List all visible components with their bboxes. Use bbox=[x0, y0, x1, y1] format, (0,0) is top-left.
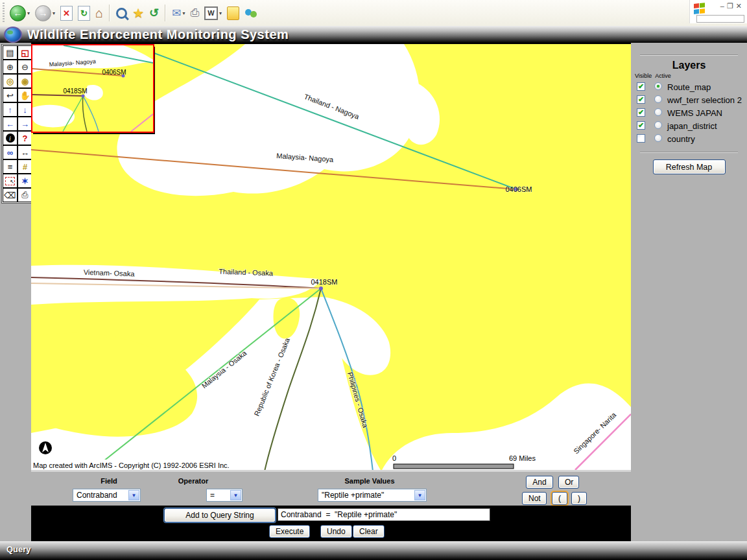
clear-selection-icon: ⌫ bbox=[4, 191, 16, 200]
zoom-full-extent-tool[interactable]: ◎ bbox=[3, 74, 18, 88]
back-button[interactable]: ←▾ bbox=[7, 3, 32, 23]
visible-checkbox[interactable]: ✔ bbox=[637, 121, 645, 130]
visible-checkbox[interactable]: ✔ bbox=[637, 108, 645, 117]
map-viewport[interactable]: Thailand - Nagoya Malaysia- Nagoya Vietn… bbox=[31, 43, 631, 470]
select-rectangle-icon: ↖ bbox=[5, 177, 15, 185]
edit-word-icon: W bbox=[204, 6, 218, 20]
select-wand-tool[interactable]: ✶ bbox=[18, 174, 32, 188]
divider bbox=[640, 152, 738, 153]
dropdown-caret-icon[interactable]: ▾ bbox=[219, 10, 222, 16]
pan-tool[interactable]: ✋ bbox=[18, 88, 32, 102]
print-button[interactable]: ⎙ bbox=[187, 3, 202, 23]
app-banner: Wildlife Enforcement Monitoring System bbox=[0, 26, 747, 43]
history-button[interactable]: ↺ bbox=[147, 3, 161, 23]
layers-title: Layers bbox=[631, 60, 747, 71]
print-map-tool[interactable]: ⎙ bbox=[18, 188, 32, 202]
buffer-tool[interactable]: # bbox=[18, 159, 32, 174]
window-controls-area: –❐✕ bbox=[689, 0, 747, 23]
close-button[interactable]: ✕ bbox=[736, 2, 744, 10]
layer-column-headers: VisibleActive bbox=[635, 73, 747, 79]
back-extent-tool[interactable]: ↩ bbox=[3, 88, 18, 102]
dropdown-caret-icon[interactable]: ▾ bbox=[53, 10, 55, 16]
left-paren-button[interactable]: ( bbox=[552, 492, 567, 505]
or-button[interactable]: Or bbox=[558, 476, 579, 489]
active-column-label: Active bbox=[655, 73, 671, 79]
right-paren-button[interactable]: ) bbox=[571, 492, 587, 505]
zoom-active-layer-tool[interactable]: ◉ bbox=[18, 74, 32, 88]
zoom-in-tool[interactable]: ⊕ bbox=[3, 60, 18, 74]
address-mini-box[interactable] bbox=[696, 15, 744, 23]
sample-values-label: Sample Values bbox=[324, 477, 415, 485]
zoom-out-tool[interactable]: ⊖ bbox=[18, 60, 32, 74]
active-radio[interactable] bbox=[654, 108, 662, 116]
dropdown-caret-icon[interactable]: ▾ bbox=[27, 10, 30, 16]
visible-checkbox[interactable]: ✔ bbox=[637, 82, 645, 91]
notes-button[interactable] bbox=[224, 3, 242, 23]
refresh-button[interactable]: ↻ bbox=[75, 3, 93, 23]
layer-row: ✔WEMS JAPAN bbox=[637, 108, 747, 118]
back-extent-icon: ↩ bbox=[6, 91, 14, 100]
overview-map-toggle-tool[interactable]: ◱ bbox=[18, 45, 32, 60]
minimize-button[interactable]: – bbox=[720, 2, 727, 10]
dropdown-caret-icon[interactable]: ▾ bbox=[182, 10, 185, 16]
mail-button[interactable]: ✉▾ bbox=[169, 3, 187, 23]
search-icon bbox=[116, 8, 127, 19]
print-map-icon: ⎙ bbox=[21, 190, 28, 200]
set-units-tool[interactable]: ≡ bbox=[3, 159, 18, 174]
refresh-map-button[interactable]: Refresh Map bbox=[653, 159, 726, 174]
notes-icon bbox=[227, 6, 239, 20]
home-button[interactable]: ⌂ bbox=[93, 3, 106, 23]
active-radio[interactable] bbox=[654, 82, 662, 90]
favorites-icon: ★ bbox=[132, 5, 144, 21]
pan-left-tool[interactable]: ← bbox=[3, 117, 18, 131]
toolbar-grip[interactable] bbox=[3, 3, 5, 23]
measure-tool[interactable]: ↔ bbox=[18, 145, 32, 159]
select-wand-icon: ✶ bbox=[21, 176, 29, 186]
operator-label: Operator bbox=[161, 477, 226, 485]
ov-label-0418sm: 0418SM bbox=[63, 88, 87, 95]
forward-button[interactable]: →▾ bbox=[32, 3, 58, 23]
messenger-icon bbox=[244, 6, 259, 19]
not-button[interactable]: Not bbox=[522, 492, 547, 505]
field-select[interactable]: Contraband ▼ bbox=[73, 489, 141, 502]
pan-up-tool[interactable]: ↑ bbox=[3, 102, 18, 117]
messenger-button[interactable] bbox=[242, 3, 261, 23]
pan-down-tool[interactable]: ↓ bbox=[18, 102, 32, 117]
favorites-button[interactable]: ★ bbox=[130, 3, 147, 23]
visible-checkbox[interactable] bbox=[637, 134, 645, 143]
edit-word-button[interactable]: W▾ bbox=[202, 3, 224, 23]
scale-start-label: 0 bbox=[392, 454, 396, 462]
add-to-query-button[interactable]: Add to Query String bbox=[164, 508, 276, 522]
overview-map[interactable]: Malaysia- Nagoya 0406SM 0418SM bbox=[31, 44, 154, 133]
clear-button[interactable]: Clear bbox=[353, 525, 385, 538]
stop-icon: ✕ bbox=[60, 6, 73, 21]
execute-button[interactable]: Execute bbox=[269, 525, 310, 538]
layer-row: country bbox=[637, 134, 747, 144]
identify-tool[interactable]: i bbox=[3, 131, 18, 145]
zoom-active-layer-icon: ◉ bbox=[21, 76, 29, 86]
active-radio[interactable] bbox=[654, 95, 662, 103]
zoom-full-extent-icon: ◎ bbox=[6, 76, 14, 86]
restore-button[interactable]: ❐ bbox=[727, 2, 736, 10]
overview-map-toggle-icon: ◱ bbox=[21, 48, 29, 58]
and-button[interactable]: And bbox=[526, 476, 553, 489]
operator-select[interactable]: = ▼ bbox=[206, 489, 243, 502]
active-radio[interactable] bbox=[654, 134, 662, 142]
undo-button[interactable]: Undo bbox=[320, 525, 352, 538]
sample-values-select[interactable]: "Reptile +primate" ▼ bbox=[318, 489, 427, 502]
forward-icon: → bbox=[35, 5, 51, 21]
visible-checkbox[interactable]: ✔ bbox=[637, 95, 645, 104]
divider bbox=[640, 54, 738, 56]
search-button[interactable] bbox=[113, 3, 130, 23]
active-radio[interactable] bbox=[654, 121, 662, 129]
query-builder-tool[interactable]: ? bbox=[18, 131, 32, 145]
query-string-input[interactable] bbox=[278, 508, 490, 521]
clear-selection-tool[interactable]: ⌫ bbox=[3, 188, 18, 202]
stop-button[interactable]: ✕ bbox=[58, 3, 75, 23]
globe-logo-icon bbox=[4, 27, 22, 43]
select-rectangle-tool[interactable]: ↖ bbox=[3, 174, 18, 188]
pan-right-tool[interactable]: → bbox=[18, 117, 32, 131]
find-tool[interactable]: ∞ bbox=[3, 145, 18, 159]
legend-toggle-tool[interactable]: ▤ bbox=[3, 45, 18, 60]
back-icon: ← bbox=[10, 5, 26, 21]
